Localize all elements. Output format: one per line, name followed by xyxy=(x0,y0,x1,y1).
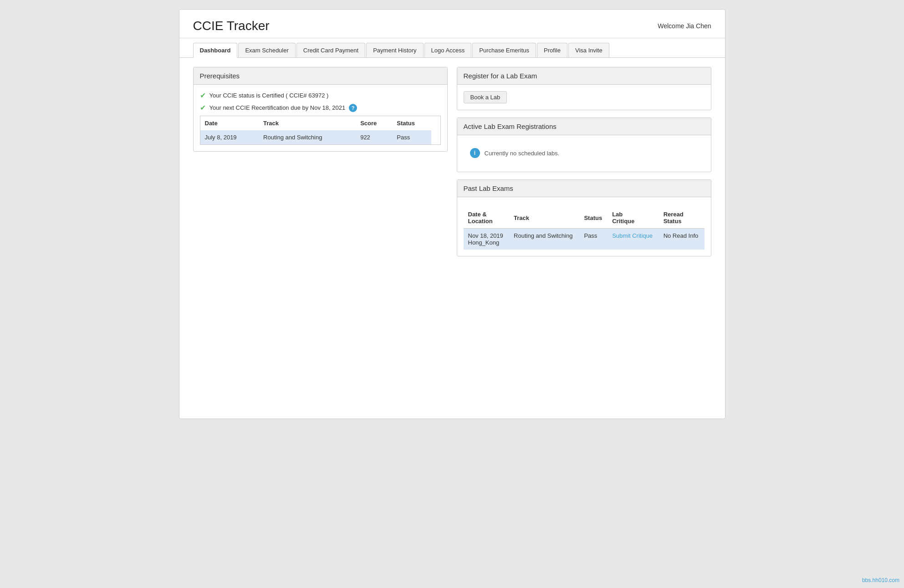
info-icon[interactable]: ? xyxy=(349,104,357,112)
active-registrations-header: Active Lab Exam Registrations xyxy=(457,118,711,135)
exam-history-scroll: Date Track Score Status July 8, 2019 xyxy=(200,116,441,145)
cell-status: Pass xyxy=(392,130,431,144)
info-circle-icon: i xyxy=(470,148,480,158)
prerequisites-card: Prerequisites ✔ Your CCIE status is Cert… xyxy=(193,67,448,152)
checkmark-icon-2: ✔ xyxy=(200,103,206,112)
no-labs-text: Currently no scheduled labs. xyxy=(485,150,560,157)
past-col-reread-status: RereadStatus xyxy=(659,207,705,229)
submit-critique-link[interactable]: Submit Critique xyxy=(612,232,653,239)
col-score: Score xyxy=(356,116,392,130)
past-cell-date-location: Nov 18, 2019Hong_Kong xyxy=(464,229,510,250)
prereq-item-2: ✔ Your next CCIE Recertification due by … xyxy=(200,103,441,112)
book-lab-button[interactable]: Book a Lab xyxy=(464,91,507,103)
past-cell-lab-critique: Submit Critique xyxy=(608,229,659,250)
tab-payment-history[interactable]: Payment History xyxy=(366,43,423,57)
col-scrollbar-placeholder xyxy=(431,116,440,130)
checkmark-icon-1: ✔ xyxy=(200,91,206,100)
prerequisites-body: ✔ Your CCIE status is Certified ( CCIE# … xyxy=(194,85,447,151)
col-track: Track xyxy=(259,116,356,130)
col-date: Date xyxy=(200,116,259,130)
left-panel: Prerequisites ✔ Your CCIE status is Cert… xyxy=(193,67,448,256)
tab-visa-invite[interactable]: Visa Invite xyxy=(568,43,609,57)
cell-track: Routing and Switching xyxy=(259,130,356,144)
prereq-item-1: ✔ Your CCIE status is Certified ( CCIE# … xyxy=(200,91,441,100)
watermark: bbs.hh010.com xyxy=(862,577,899,583)
main-content: Prerequisites ✔ Your CCIE status is Cert… xyxy=(179,58,725,266)
table-row: Nov 18, 2019Hong_Kong Routing and Switch… xyxy=(464,229,705,250)
app-title: CCIE Tracker xyxy=(193,19,270,33)
past-lab-exams-card: Past Lab Exams Date &Location Track Stat… xyxy=(457,179,711,256)
past-labs-table: Date &Location Track Status LabCritique … xyxy=(464,207,705,250)
tab-credit-card-payment[interactable]: Credit Card Payment xyxy=(296,43,365,57)
page-container: CCIE Tracker Welcome Jia Chen Dashboard … xyxy=(179,9,725,419)
active-registrations-body: i Currently no scheduled labs. xyxy=(457,135,711,172)
past-col-status: Status xyxy=(579,207,608,229)
header: CCIE Tracker Welcome Jia Chen xyxy=(179,10,725,38)
active-registrations-card: Active Lab Exam Registrations i Currentl… xyxy=(457,118,711,172)
past-col-date-location: Date &Location xyxy=(464,207,510,229)
exam-history-table: Date Track Score Status July 8, 2019 xyxy=(200,116,440,144)
no-labs-message: i Currently no scheduled labs. xyxy=(464,142,705,164)
prerequisites-header: Prerequisites xyxy=(194,67,447,85)
register-lab-card: Register for a Lab Exam Book a Lab xyxy=(457,67,711,110)
tab-dashboard[interactable]: Dashboard xyxy=(193,43,238,58)
past-cell-status: Pass xyxy=(579,229,608,250)
past-lab-exams-header: Past Lab Exams xyxy=(457,180,711,197)
tab-exam-scheduler[interactable]: Exam Scheduler xyxy=(238,43,295,57)
table-row: July 8, 2019 Routing and Switching 922 P… xyxy=(200,130,440,144)
tab-purchase-emeritus[interactable]: Purchase Emeritus xyxy=(472,43,536,57)
prereq-text-1: Your CCIE status is Certified ( CCIE# 63… xyxy=(209,92,329,99)
col-status: Status xyxy=(392,116,431,130)
tab-profile[interactable]: Profile xyxy=(537,43,567,57)
past-cell-track: Routing and Switching xyxy=(509,229,579,250)
right-panel: Register for a Lab Exam Book a Lab Activ… xyxy=(457,67,711,256)
register-lab-body: Book a Lab xyxy=(457,85,711,110)
tab-logo-access[interactable]: Logo Access xyxy=(424,43,472,57)
past-col-track: Track xyxy=(509,207,579,229)
past-lab-exams-body: Date &Location Track Status LabCritique … xyxy=(457,197,711,256)
register-lab-header: Register for a Lab Exam xyxy=(457,67,711,85)
past-cell-reread-status: No Read Info xyxy=(659,229,705,250)
past-col-lab-critique: LabCritique xyxy=(608,207,659,229)
cell-score: 922 xyxy=(356,130,392,144)
welcome-text: Welcome Jia Chen xyxy=(658,22,711,30)
tab-bar: Dashboard Exam Scheduler Credit Card Pay… xyxy=(179,43,725,58)
prereq-text-2: Your next CCIE Recertification due by No… xyxy=(209,104,346,111)
cell-date: July 8, 2019 xyxy=(200,130,259,144)
